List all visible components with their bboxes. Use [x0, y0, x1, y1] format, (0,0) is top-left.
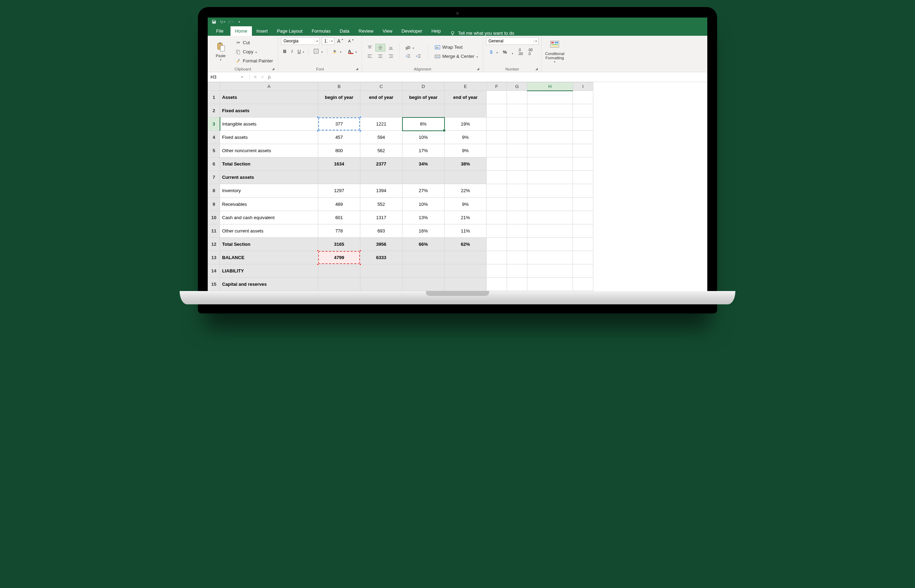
- align-top-button[interactable]: [365, 44, 375, 52]
- cell[interactable]: [527, 197, 573, 211]
- cell[interactable]: [402, 171, 445, 184]
- cell[interactable]: 2377: [360, 157, 402, 171]
- cell[interactable]: 778: [318, 224, 360, 237]
- cell[interactable]: 489: [318, 197, 360, 211]
- cell[interactable]: [573, 251, 593, 264]
- cell[interactable]: [507, 171, 527, 184]
- cell[interactable]: [527, 171, 573, 184]
- formula-input[interactable]: [274, 72, 707, 82]
- cell[interactable]: 800: [318, 144, 360, 157]
- cell[interactable]: [527, 237, 573, 251]
- cell[interactable]: 1634: [318, 157, 360, 171]
- cell[interactable]: 1317: [360, 211, 402, 224]
- cell[interactable]: 562: [360, 144, 402, 157]
- name-box-input[interactable]: [208, 74, 239, 79]
- cell[interactable]: [507, 197, 527, 211]
- cell[interactable]: [507, 211, 527, 224]
- cell[interactable]: 27%: [402, 184, 445, 197]
- cell[interactable]: [402, 251, 445, 264]
- cell[interactable]: [445, 277, 487, 291]
- row-header[interactable]: 6: [208, 157, 220, 171]
- align-bottom-button[interactable]: [386, 44, 396, 52]
- cell[interactable]: Total Section: [220, 157, 318, 171]
- cell[interactable]: Total Section: [220, 237, 318, 251]
- cell[interactable]: [527, 157, 573, 171]
- comma-button[interactable]: ,: [510, 48, 515, 56]
- row-header[interactable]: 3: [208, 118, 220, 131]
- tab-formulas[interactable]: Formulas: [307, 26, 335, 36]
- row-header[interactable]: 11: [208, 224, 220, 237]
- cell[interactable]: Other noncurrent assets: [220, 144, 318, 157]
- qat-customize-icon[interactable]: ▾: [236, 19, 242, 24]
- cell[interactable]: [527, 184, 573, 197]
- cell[interactable]: [487, 224, 507, 237]
- percent-button[interactable]: %: [500, 48, 509, 56]
- row-header[interactable]: 2: [208, 104, 220, 118]
- cell[interactable]: [487, 157, 507, 171]
- cell[interactable]: 62%: [445, 237, 487, 251]
- cell[interactable]: 9%: [445, 144, 487, 157]
- save-icon[interactable]: [211, 19, 217, 24]
- cell[interactable]: [527, 211, 573, 224]
- align-left-button[interactable]: [365, 52, 375, 60]
- row-header[interactable]: 5: [208, 144, 220, 157]
- cell[interactable]: [573, 144, 593, 157]
- cell[interactable]: [507, 237, 527, 251]
- cell[interactable]: [527, 277, 573, 291]
- cell[interactable]: [318, 104, 360, 118]
- decrease-decimal-button[interactable]: .00.0: [526, 47, 535, 57]
- col-header-E[interactable]: E: [445, 82, 487, 91]
- cell[interactable]: [507, 144, 527, 157]
- cell[interactable]: [527, 104, 573, 118]
- name-box[interactable]: ▾: [208, 74, 250, 79]
- italic-button[interactable]: I: [289, 47, 295, 55]
- font-size-input[interactable]: [322, 39, 329, 44]
- font-color-button[interactable]: A: [344, 47, 359, 55]
- font-name-input[interactable]: [281, 39, 315, 44]
- cell[interactable]: 10%: [402, 131, 445, 144]
- cell[interactable]: 552: [360, 197, 402, 211]
- cell[interactable]: [527, 118, 573, 131]
- increase-decimal-button[interactable]: .0.00: [516, 47, 525, 57]
- cell[interactable]: [573, 264, 593, 277]
- tab-view[interactable]: View: [378, 26, 397, 36]
- col-header-F[interactable]: F: [487, 82, 507, 91]
- dialog-launcher-icon[interactable]: ◢: [477, 67, 479, 71]
- cell[interactable]: BALANCE: [220, 251, 318, 264]
- cell[interactable]: 457: [318, 131, 360, 144]
- row-header[interactable]: 13: [208, 251, 220, 264]
- redo-icon[interactable]: [228, 19, 234, 24]
- align-middle-button[interactable]: [376, 44, 385, 52]
- insert-function-icon[interactable]: fx: [268, 74, 271, 80]
- number-format-combo[interactable]: ▾: [486, 37, 539, 45]
- cell[interactable]: [487, 118, 507, 131]
- cell[interactable]: [573, 224, 593, 237]
- row-header[interactable]: 12: [208, 237, 220, 251]
- cell[interactable]: begin of year: [402, 91, 445, 104]
- cell[interactable]: 377: [318, 118, 360, 131]
- cell[interactable]: 21%: [445, 211, 487, 224]
- cell[interactable]: [360, 171, 402, 184]
- tab-review[interactable]: Review: [354, 26, 378, 36]
- cell[interactable]: [487, 237, 507, 251]
- underline-button[interactable]: U: [295, 47, 306, 55]
- wrap-text-button[interactable]: ab Wrap Text: [432, 43, 480, 52]
- cell[interactable]: 1394: [360, 184, 402, 197]
- cell[interactable]: 9%: [445, 197, 487, 211]
- col-header-B[interactable]: B: [318, 82, 360, 91]
- cell[interactable]: [487, 211, 507, 224]
- cell[interactable]: LIABILITY: [220, 264, 318, 277]
- cell[interactable]: [573, 131, 593, 144]
- borders-button[interactable]: [311, 47, 325, 55]
- copy-button[interactable]: Copy: [233, 48, 275, 56]
- decrease-indent-button[interactable]: [403, 52, 413, 60]
- cell[interactable]: 6333: [360, 251, 402, 264]
- cell[interactable]: [527, 224, 573, 237]
- dialog-launcher-icon[interactable]: ◢: [535, 67, 538, 71]
- cell[interactable]: 594: [360, 131, 402, 144]
- col-header-A[interactable]: A: [220, 82, 318, 91]
- cell[interactable]: [573, 91, 593, 104]
- cell[interactable]: 22%: [445, 184, 487, 197]
- cell[interactable]: [573, 237, 593, 251]
- cell[interactable]: [445, 264, 487, 277]
